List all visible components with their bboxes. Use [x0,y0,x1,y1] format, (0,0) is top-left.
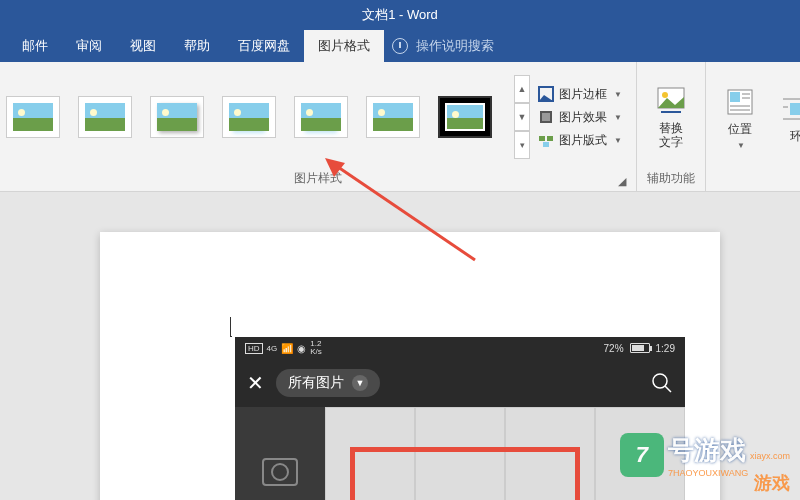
style-thumb-2[interactable] [78,96,132,138]
arrange-group: 位置▼ 环 [706,62,800,191]
wrap-text-button[interactable]: 环 [768,89,800,147]
gallery-down-button[interactable]: ▼ [514,103,530,131]
dropdown-icon: ▼ [614,136,622,145]
battery-percent: 72% [604,343,624,354]
tell-me-label: 操作说明搜索 [416,37,494,55]
tab-picture-format[interactable]: 图片格式 [304,30,384,62]
highlight-box [350,447,580,500]
svg-rect-8 [661,111,681,113]
gallery-more-button[interactable]: ▾ [514,131,530,159]
border-icon [538,86,554,102]
tab-review[interactable]: 审阅 [62,30,116,62]
signal-icon: 4G [267,344,278,353]
group-label-styles: 图片样式 ◢ [6,168,630,189]
album-dropdown: 所有图片 ▼ [276,369,380,397]
lightbulb-icon [392,38,408,54]
style-thumb-5[interactable] [294,96,348,138]
alt-text-button[interactable]: 替换 文字 [643,81,699,154]
svg-rect-3 [539,136,545,141]
wrap-icon [780,93,800,125]
inserted-image[interactable]: HD 4G 📶 ◉ 1.2K/s 72% 1:29 ✕ 所有图片 ▼ [235,337,685,500]
clock: 1:29 [656,343,675,354]
picture-border-button[interactable]: 图片边框 ▼ [538,86,622,103]
layout-icon [538,132,554,148]
picture-styles-group: ▲ ▼ ▾ 图片边框 ▼ 图片效果 ▼ 图片版式 [0,62,637,191]
ribbon-tabs: 邮件 审阅 视图 帮助 百度网盘 图片格式 操作说明搜索 [0,30,800,62]
text-cursor [230,317,232,337]
svg-rect-5 [543,142,549,147]
svg-rect-2 [542,113,550,121]
chevron-down-icon: ▼ [352,375,368,391]
tab-baidu-netdisk[interactable]: 百度网盘 [224,30,304,62]
tell-me-search[interactable]: 操作说明搜索 [392,37,494,55]
tab-mail[interactable]: 邮件 [8,30,62,62]
tab-view[interactable]: 视图 [116,30,170,62]
svg-rect-4 [547,136,553,141]
hd-icon: HD [245,343,263,354]
svg-rect-15 [790,103,800,115]
camera-tile [235,407,325,500]
search-icon [651,372,673,394]
style-thumb-4[interactable] [222,96,276,138]
style-thumb-6[interactable] [366,96,420,138]
alt-text-icon [655,85,687,117]
picture-tools: 图片边框 ▼ 图片效果 ▼ 图片版式 ▼ [530,82,630,153]
position-button[interactable]: 位置▼ [712,82,768,155]
position-icon [724,86,756,118]
svg-line-21 [665,386,671,392]
svg-point-20 [653,374,667,388]
document-canvas: HD 4G 📶 ◉ 1.2K/s 72% 1:29 ✕ 所有图片 ▼ [0,192,800,500]
accessibility-group: 替换 文字 辅助功能 [637,62,706,191]
tab-help[interactable]: 帮助 [170,30,224,62]
svg-point-7 [662,92,668,98]
signal-bars-icon: 📶 [281,343,293,354]
page[interactable]: HD 4G 📶 ◉ 1.2K/s 72% 1:29 ✕ 所有图片 ▼ [100,232,720,500]
gallery-up-button[interactable]: ▲ [514,75,530,103]
picture-effects-button[interactable]: 图片效果 ▼ [538,109,622,126]
style-thumb-7[interactable] [438,96,492,138]
dialog-launcher-icon[interactable]: ◢ [616,175,628,187]
gallery-thumb [595,407,685,500]
group-label-accessibility: 辅助功能 [643,168,699,189]
gallery-scroll: ▲ ▼ ▾ [514,75,530,159]
dropdown-icon: ▼ [614,113,622,122]
style-thumb-1[interactable] [6,96,60,138]
document-title: 文档1 - Word [362,6,438,24]
title-bar: 文档1 - Word [0,0,800,30]
phone-status-bar: HD 4G 📶 ◉ 1.2K/s 72% 1:29 [235,337,685,359]
picture-layout-button[interactable]: 图片版式 ▼ [538,132,622,149]
phone-header: ✕ 所有图片 ▼ [235,359,685,407]
battery-icon [630,343,650,353]
svg-rect-10 [730,92,740,102]
ribbon: ▲ ▼ ▾ 图片边框 ▼ 图片效果 ▼ 图片版式 [0,62,800,192]
dropdown-icon: ▼ [614,90,622,99]
style-thumb-3[interactable] [150,96,204,138]
wifi-icon: ◉ [297,343,306,354]
camera-icon [262,458,298,486]
phone-gallery [235,407,685,500]
close-icon: ✕ [247,371,264,395]
effects-icon [538,109,554,125]
picture-styles-gallery: ▲ ▼ ▾ [6,75,530,159]
